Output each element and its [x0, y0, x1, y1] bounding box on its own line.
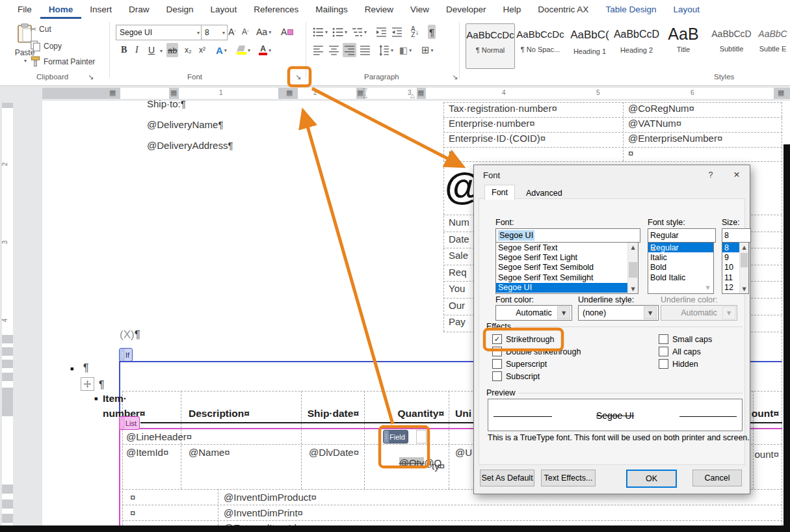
tab-layout[interactable]: Layout	[202, 1, 246, 19]
header-row-label[interactable]: Pay	[449, 316, 466, 327]
tab-review[interactable]: Review	[356, 1, 402, 19]
info-row-label[interactable]: Enterprise·ID·(COID)¤	[449, 133, 546, 144]
size-list-scrollbar[interactable]: ▲ ▼	[739, 243, 748, 293]
dim-row-marker[interactable]: ¤	[130, 492, 135, 503]
bullet-list-button[interactable]: ▾	[311, 25, 329, 39]
decrease-indent-button[interactable]	[375, 25, 388, 39]
info-row-value[interactable]: @EnterpriseNumber¤	[628, 133, 722, 144]
header-description[interactable]: Description¤	[189, 408, 250, 419]
style-list-item-selected[interactable]: Regular	[648, 243, 713, 252]
table-column-marker[interactable]: ▦	[778, 88, 784, 97]
tab-help[interactable]: Help	[495, 1, 530, 19]
close-button[interactable]: ✕	[724, 165, 750, 184]
font-name-combobox[interactable]: Segoe UI ▾	[116, 25, 202, 40]
field-tag[interactable]: ⋮ Field	[383, 430, 408, 444]
header-row-label[interactable]: Our	[449, 300, 465, 311]
increase-indent-button[interactable]	[390, 25, 404, 39]
tab-mailings[interactable]: Mailings	[307, 1, 356, 19]
header-row-label[interactable]: You	[449, 283, 465, 294]
font-style-listbox[interactable]: Regular Italic Bold Bold Italic ▲ ▼	[648, 242, 714, 294]
tab-table-layout[interactable]: Layout	[665, 1, 708, 19]
clipboard-dialog-launcher[interactable]: ↘	[86, 72, 96, 82]
empty-paragraph[interactable]: ¶	[83, 362, 89, 374]
style-subtle-emphasis[interactable]: AaBbC Subtle E	[756, 23, 790, 68]
tab-design[interactable]: Design	[158, 1, 202, 19]
vertical-ruler[interactable]: 2 3 4	[2, 103, 13, 525]
style-list-item[interactable]: Bold	[648, 263, 713, 273]
copy-button[interactable]: Copy	[30, 40, 62, 51]
font-name-edit[interactable]: Segoe UI	[495, 228, 640, 243]
grow-font-button[interactable]: Aˆ	[227, 25, 237, 39]
size-edit[interactable]: 8	[722, 228, 751, 243]
help-button[interactable]: ?	[698, 165, 724, 184]
header-amount[interactable]: ount¤	[746, 408, 779, 419]
cancel-button[interactable]: Cancel	[692, 470, 742, 486]
font-color-dropdown[interactable]: Automatic ▼	[495, 305, 572, 321]
bold-button[interactable]: B	[120, 43, 128, 57]
x-paragraph[interactable]: (X)¶	[120, 328, 140, 341]
table-column-marker[interactable]: ▦	[417, 88, 424, 97]
scroll-down-icon[interactable]: ▼	[628, 284, 638, 293]
style-heading2[interactable]: AaBbCcD Heading 2	[612, 23, 661, 68]
borders-button[interactable]: ⊞ ▾	[420, 43, 435, 57]
dim-row-marker[interactable]: ¤	[130, 507, 135, 518]
checkbox-strikethrough[interactable]: ✓ Strikethrough	[492, 334, 554, 344]
show-hide-marks-button[interactable]: ¶	[428, 25, 436, 39]
numbered-list-button[interactable]: ▾	[331, 25, 349, 39]
style-subtitle[interactable]: AaBbCcD Subtitle	[707, 23, 756, 68]
align-left-button[interactable]	[311, 43, 325, 57]
tab-draw[interactable]: Draw	[120, 1, 158, 19]
info-row-label[interactable]: Enterprise·number¤	[449, 118, 535, 129]
font-list-item[interactable]: Segoe Serif Text Semibold	[496, 263, 638, 273]
table-move-handle[interactable]	[81, 377, 94, 391]
right-indent-marker[interactable]: △	[410, 92, 415, 99]
tab-docentric-ax[interactable]: Docentric AX	[529, 1, 597, 19]
ok-button[interactable]: OK	[626, 470, 677, 488]
style-list-item[interactable]: Bold Italic	[648, 273, 713, 282]
font-list-item-selected[interactable]: Segoe UI	[496, 283, 638, 293]
info-row-label[interactable]: Tax·registration·number¤	[449, 103, 557, 114]
tab-references[interactable]: References	[245, 1, 307, 19]
shrink-font-button[interactable]: Aˇ	[241, 25, 250, 39]
table-column-marker[interactable]: ▦	[286, 88, 293, 97]
delivery-name-field[interactable]: @DeliveryName¶	[147, 119, 223, 130]
underline-style-dropdown[interactable]: (none) ▼	[578, 305, 659, 321]
dialog-tab-font[interactable]: Font	[484, 185, 515, 200]
paragraph-dialog-launcher[interactable]: ↘	[450, 72, 460, 82]
info-row-value[interactable]: @CoRegNum¤	[628, 103, 694, 114]
scrollbar-thumb[interactable]	[741, 253, 748, 267]
checkbox-superscript[interactable]: Superscript	[492, 359, 547, 369]
amount-field[interactable]: ount¤	[746, 449, 779, 460]
header-row-label[interactable]: Num	[449, 217, 469, 228]
scrollbar-thumb[interactable]	[629, 262, 637, 278]
cut-button[interactable]: ✂ Cut	[30, 25, 51, 34]
font-listbox[interactable]: Segoe Serif Text Segoe Serif Text Light …	[495, 242, 639, 294]
unit-field[interactable]: @U	[455, 447, 473, 458]
info-row-value[interactable]: @VATNum¤	[628, 118, 681, 129]
font-list-item[interactable]: Segoe Serif Text	[496, 243, 638, 252]
tab-table-design[interactable]: Table Design	[597, 1, 665, 19]
text-effects-button-dialog[interactable]: Text Effects...	[541, 470, 596, 486]
font-list-scrollbar[interactable]: ▲ ▼	[627, 243, 638, 293]
header-row-label[interactable]: Sale	[449, 250, 468, 261]
invent-dim-print-field[interactable]: @InventDimPrint¤	[224, 507, 303, 518]
style-no-spacing[interactable]: AaBbCcDc ¶ No Spac...	[516, 23, 564, 68]
style-heading1[interactable]: AaBbC( Heading 1	[566, 23, 614, 68]
tab-home[interactable]: Home	[40, 1, 82, 19]
if-tag[interactable]: ⋮ If	[119, 348, 133, 362]
change-case-button[interactable]: Aa ▾	[255, 25, 272, 39]
highlight-color-button[interactable]: ▾	[235, 43, 252, 57]
scroll-up-icon[interactable]: ▲	[628, 243, 638, 252]
style-list-item[interactable]: Italic	[648, 252, 713, 262]
superscript-button[interactable]: x²	[198, 43, 207, 57]
checkbox-hidden[interactable]: Hidden	[659, 359, 698, 369]
set-as-default-button[interactable]: Set As Default	[480, 470, 534, 486]
ship-to-heading[interactable]: Ship·to:¶	[147, 98, 186, 109]
info-row-value[interactable]: ¤	[628, 148, 633, 159]
info-row-label[interactable]: ¤	[449, 148, 454, 159]
line-spacing-button[interactable]: ▾	[377, 43, 395, 57]
delivery-address-field[interactable]: @DeliveryAddress¶	[147, 140, 233, 151]
table-column-marker[interactable]: ▦	[109, 88, 116, 97]
hanging-indent-marker[interactable]: △	[363, 92, 367, 99]
italic-button[interactable]: I	[134, 43, 140, 57]
